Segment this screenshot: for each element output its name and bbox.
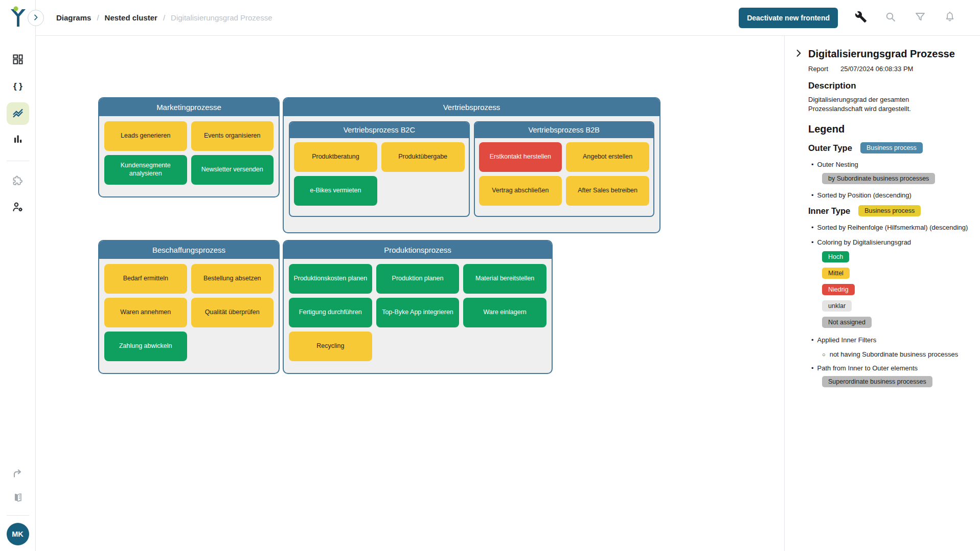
legend-applied-filters: Applied Inner Filters (811, 336, 973, 344)
inner-type-label: Inner Type (808, 206, 850, 216)
cluster-Produktionsprozess[interactable]: ProduktionsprozessProduktionskosten plan… (283, 240, 553, 374)
cluster-header[interactable]: Produktionsprozess (284, 241, 552, 259)
sidebar-item-diagrams[interactable] (7, 102, 29, 125)
breadcrumb-separator (97, 13, 99, 22)
sidebar-item-releases[interactable] (7, 463, 29, 486)
filter-button[interactable] (914, 11, 927, 25)
wrench-icon (855, 11, 867, 25)
process-cell[interactable]: Bedarf ermitteln (104, 264, 187, 294)
outer-nesting-badge: by Subordinate business processes (822, 173, 935, 184)
breadcrumb-separator (163, 13, 165, 22)
sidebar-item-dashboard[interactable] (7, 49, 29, 72)
cluster-Vertriebsprozess B2C[interactable]: Vertriebsprozess B2CProduktberatungProdu… (289, 121, 470, 217)
path-badge: Superordinate business processes (822, 376, 932, 387)
process-cell[interactable]: Material bereitstellen (463, 264, 546, 294)
process-cell[interactable]: Leads generieren (104, 121, 187, 151)
search-icon (884, 11, 897, 25)
process-cell[interactable]: Fertigung durchführen (289, 298, 372, 327)
outer-type-label: Outer Type (808, 143, 852, 153)
process-cell[interactable]: Kundensegmente analysieren (104, 155, 187, 185)
user-gear-icon (12, 201, 24, 215)
report-row: Report 25/07/2024 06:08:33 PM (808, 65, 973, 73)
search-button[interactable] (884, 11, 897, 25)
avatar[interactable]: MK (7, 523, 29, 545)
admin-tools-button[interactable] (854, 11, 868, 25)
process-cell[interactable]: Vertrag abschließen (479, 176, 562, 206)
sidebar-item-plugins[interactable] (7, 170, 29, 193)
diagram-canvas[interactable]: MarketingprozesseLeads generierenEvents … (36, 36, 784, 551)
coloring-badges: HochMittelNiedrigunklarNot assigned (822, 251, 973, 328)
legend-outer-nesting: Outer Nesting (811, 161, 973, 168)
app-logo (7, 5, 29, 29)
cluster-body: Leads generierenEvents organisierenKunde… (99, 116, 279, 190)
cluster-body: Produktionskosten planenProduktion plane… (284, 259, 552, 366)
sidebar: { } (0, 0, 36, 551)
sidebar-item-code[interactable]: { } (7, 76, 29, 98)
description-heading: Description (808, 81, 973, 91)
breadcrumb-current: Digitalisierungsgrad Prozesse (171, 13, 272, 22)
process-cell[interactable]: Top-Byke App integrieren (376, 298, 460, 327)
cluster-Marketingprozesse[interactable]: MarketingprozesseLeads generierenEvents … (98, 97, 280, 197)
description-text: Digitalisierungsgrad der gesamten Prozes… (808, 95, 962, 113)
sidebar-expand-button[interactable] (28, 10, 44, 26)
legend-badge-mittel: Mittel (822, 268, 850, 279)
sidebar-item-charts[interactable] (7, 129, 29, 151)
process-cell[interactable]: Produktionskosten planen (289, 264, 372, 294)
process-cell[interactable]: Erstkontakt herstellen (479, 142, 562, 172)
process-cell[interactable]: Produktion planen (376, 264, 460, 294)
sidebar-divider-bottom (7, 515, 29, 516)
details-panel: Digitalisierungsgrad Prozesse Report 25/… (784, 36, 980, 551)
process-cell[interactable]: e-Bikes vermieten (294, 176, 377, 206)
legend-badge-unklar: unklar (822, 300, 852, 312)
legend-sorted-outer: Sorted by Position (descending) (811, 191, 973, 199)
cluster-header[interactable]: Vertriebsprozess B2B (475, 122, 654, 138)
process-cell[interactable]: Ware einlagern (463, 298, 546, 327)
cluster-header[interactable]: Vertriebsprozess B2C (290, 122, 469, 138)
process-cell[interactable]: Bestellung absetzen (191, 264, 274, 294)
bar-chart-icon (12, 133, 24, 147)
report-datetime: 25/07/2024 06:08:33 PM (840, 65, 913, 73)
process-cell[interactable]: Angebot erstellen (566, 142, 649, 172)
breadcrumb-diagrams[interactable]: Diagrams (56, 13, 91, 22)
panel-collapse-button[interactable] (792, 47, 805, 60)
topbar: Diagrams Nested cluster Digitalisierungs… (36, 0, 980, 36)
inner-type-row: Inner Type Business process (808, 205, 973, 216)
code-braces-icon: { } (12, 80, 24, 94)
sidebar-item-docs[interactable] (7, 488, 29, 510)
filter-icon (914, 11, 926, 25)
cluster-header[interactable]: Beschaffungsprozess (99, 241, 279, 259)
breadcrumb-nested-cluster[interactable]: Nested cluster (105, 13, 157, 22)
legend-badge-niedrig: Niedrig (822, 284, 855, 295)
line-chart-icon (12, 106, 24, 121)
cluster-Beschaffungsprozess[interactable]: BeschaffungsprozessBedarf ermittelnBeste… (98, 240, 280, 374)
sidebar-item-user-admin[interactable] (7, 197, 29, 219)
cluster-header[interactable]: Vertriebsprozess (284, 98, 659, 116)
cluster-Vertriebsprozess[interactable]: VertriebsprozessVertriebsprozess B2CProd… (283, 97, 660, 233)
process-cell[interactable]: Waren annehmen (104, 298, 187, 327)
puzzle-icon (12, 174, 24, 189)
report-label: Report (808, 65, 828, 73)
notifications-button[interactable] (943, 11, 956, 25)
legend-coloring-label: Coloring by Digitalisierungsgrad (811, 238, 973, 246)
legend-applied-filter-item: not having Subordinate business processe… (822, 350, 973, 358)
process-cell[interactable]: Recycling (289, 332, 372, 361)
svg-text:{ }: { } (13, 81, 22, 91)
legend-badge-not-assigned: Not assigned (822, 317, 872, 328)
process-cell[interactable]: Qualität überprüfen (191, 298, 274, 327)
process-cell[interactable]: Newsletter versenden (191, 155, 274, 185)
sidebar-divider (7, 161, 29, 161)
process-cell[interactable]: Events organisieren (191, 121, 274, 151)
deactivate-frontend-button[interactable]: Deactivate new frontend (739, 8, 838, 28)
process-cell[interactable]: Zahlung abwickeln (104, 332, 187, 361)
legend-heading: Legend (808, 123, 973, 135)
cluster-header[interactable]: Marketingprozesse (99, 98, 279, 116)
outer-type-row: Outer Type Business process (808, 142, 973, 153)
process-cell[interactable]: After Sales betreiben (566, 176, 649, 206)
cluster-Vertriebsprozess B2B[interactable]: Vertriebsprozess B2BErstkontakt herstell… (474, 121, 655, 217)
process-cell[interactable]: Produktübergabe (381, 142, 465, 172)
chevron-right-icon (793, 52, 804, 60)
cluster-body: Erstkontakt herstellenAngebot erstellenV… (475, 138, 654, 216)
sidebar-nav: { } (0, 49, 35, 219)
process-cell[interactable]: Produktberatung (294, 142, 377, 172)
inner-type-badge: Business process (858, 205, 921, 216)
